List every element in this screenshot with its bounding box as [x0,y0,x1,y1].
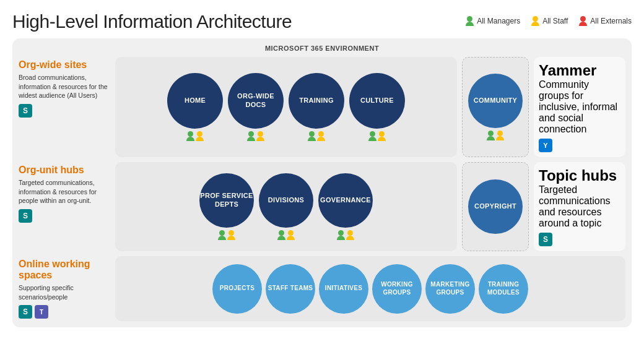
person-yellow-2 [256,131,264,141]
legend-staff: All Staff [531,16,568,26]
org-wide-desc: Broad communications, information & reso… [19,73,110,100]
yammer-app-icon: Y [539,139,552,152]
node-staffteams: STAFF TEAMS [266,264,315,314]
node-orgwidedocs: ORG-WIDE DOCS [228,73,284,141]
node-community: COMMUNITY [468,74,523,140]
page-header: High-Level Information Architecture All … [12,11,632,32]
sharepoint-icon-4: S [19,305,32,319]
node-divisions: DIVISIONS [259,173,313,240]
org-unit-icons: S [19,209,110,223]
org-unit-center: PROF SERVICE DEPTS DIVISIONS [115,162,457,251]
org-unit-left: Org-unit hubs Targeted communications, i… [19,162,110,251]
person-green-5 [487,131,495,140]
node-initiatives: INITIATIVES [319,264,368,314]
externals-icon [579,16,587,26]
org-wide-left: Org-wide sites Broad communications, inf… [19,57,110,157]
person-yellow-1 [196,131,204,141]
circle-community: COMMUNITY [468,74,523,128]
circle-orgwidedocs: ORG-WIDE DOCS [228,73,284,129]
node-copyright: COPYRIGHT [468,179,523,234]
circle-home: HOME [167,73,223,129]
copyright-box: COPYRIGHT [462,162,529,251]
externals-label: All Externals [590,17,632,25]
page-title: High-Level Information Architecture [12,11,292,32]
circle-culture: CULTURE [349,73,405,129]
online-working-left: Online working spaces Supporting specifi… [19,256,110,321]
node-home: HOME [167,73,223,141]
person-green-7 [277,230,285,240]
org-wide-icons: S [19,104,110,118]
people-community [487,131,504,140]
people-home [186,131,204,141]
person-yellow-4 [378,131,386,141]
row-org-unit: Org-unit hubs Targeted communications, i… [19,162,625,251]
org-unit-title: Org-unit hubs [19,165,110,176]
circle-training: TRAINING [289,73,344,129]
online-working-icons: S T [19,305,110,319]
staff-label: All Staff [542,17,568,25]
people-profservice [218,230,235,240]
yammer-icon-row: Y [539,135,620,152]
yammer-desc: Community groups for inclusive, informal… [539,79,620,135]
person-green-3 [308,131,316,141]
topic-hubs-desc: Targeted communications and resources ar… [539,184,620,229]
people-divisions [277,230,295,240]
yammer-title: Yammer [539,62,620,79]
row-online-working: Online working spaces Supporting specifi… [19,256,625,321]
person-yellow-8 [346,230,354,240]
person-green-6 [218,230,226,240]
topic-hubs-panel: Topic hubs Targeted communications and r… [534,162,625,251]
sharepoint-icon-3: S [539,233,552,246]
person-green-1 [186,131,194,141]
node-marketinggroups: MARKETING GROUPS [425,264,475,314]
topic-hubs-title: Topic hubs [539,167,620,184]
node-trainingmodules: TRAINING MODULES [479,264,528,314]
people-culture [368,131,386,141]
legend: All Managers All Staff All Externals [466,16,632,26]
yammer-panel: Yammer Community groups for inclusive, i… [534,57,625,157]
org-wide-title: Org-wide sites [19,59,110,71]
node-projects: PROJECTS [212,264,262,314]
online-working-desc: Supporting specific scenarios/people [19,283,110,301]
person-yellow-6 [227,230,235,240]
managers-label: All Managers [477,17,520,25]
circle-marketinggroups: MARKETING GROUPS [425,264,475,314]
person-green-2 [247,131,255,141]
legend-externals: All Externals [579,16,632,26]
node-governance: GOVERNANCE [318,173,373,240]
person-yellow-3 [317,131,325,141]
circle-copyright: COPYRIGHT [468,179,523,234]
managers-icon [466,16,474,26]
ms365-label: MICROSOFT 365 ENVIRONMENT [19,45,625,52]
circle-workinggroups: WORKING GROUPS [372,264,422,314]
circle-projects: PROJECTS [212,264,262,314]
community-box: COMMUNITY [462,57,529,157]
circle-staffteams: STAFF TEAMS [266,264,315,314]
person-green-8 [337,230,345,240]
online-working-title: Online working spaces [19,259,110,281]
circle-governance: GOVERNANCE [318,173,373,228]
staff-icon [531,16,539,26]
org-wide-center: HOME ORG-WIDE DOCS [115,57,457,157]
node-culture: CULTURE [349,73,405,141]
node-training: TRAINING [289,73,344,141]
sharepoint-icon-2: S [19,209,32,223]
circle-initiatives: INITIATIVES [319,264,368,314]
online-working-center: PROJECTS STAFF TEAMS INITIATIVES WORKING… [115,256,625,321]
main-container: MICROSOFT 365 ENVIRONMENT Org-wide sites… [12,38,632,327]
person-yellow-5 [496,131,504,140]
row-org-wide: Org-wide sites Broad communications, inf… [19,57,625,157]
circle-divisions: DIVISIONS [259,173,313,228]
topic-hubs-icon-row: S [539,229,620,246]
people-governance [337,230,354,240]
sharepoint-icon: S [19,104,32,118]
people-orgwidedocs [247,131,264,141]
circle-trainingmodules: TRAINING MODULES [479,264,528,314]
org-unit-desc: Targeted communications, information & r… [19,178,110,205]
circle-profservice: PROF SERVICE DEPTS [199,173,254,228]
teams-icon: T [35,305,48,319]
person-green-4 [368,131,376,141]
node-profservice: PROF SERVICE DEPTS [199,173,254,240]
legend-managers: All Managers [466,16,520,26]
people-training [308,131,325,141]
